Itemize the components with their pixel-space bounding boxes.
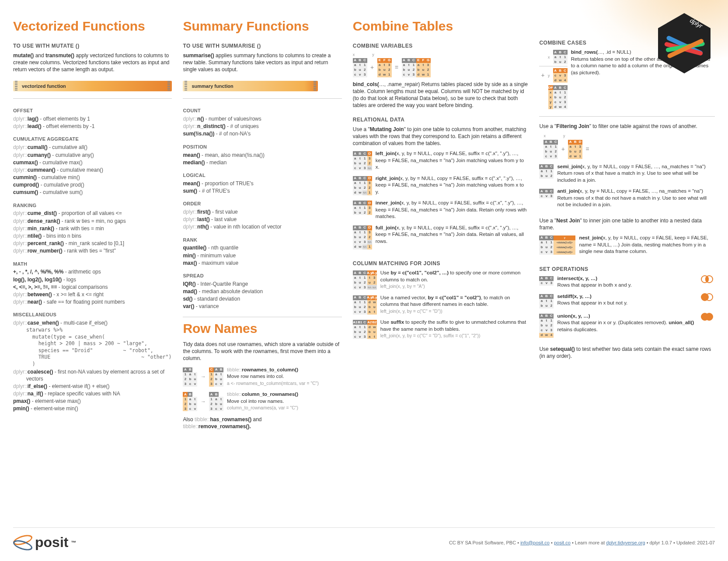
function-line: mean() - mean, also mean(!is.na()) xyxy=(183,152,341,159)
function-line: dplyr::if_else() - element-wise if() + e… xyxy=(13,383,172,390)
heading-rownames: Row Names xyxy=(183,320,341,338)
function-line: sd() - standard deviation xyxy=(183,295,341,302)
intro-vectorized: mutate() and transmute() apply vectorize… xyxy=(13,52,172,73)
footer-docs-link[interactable]: dplyr.tidyverse.org xyxy=(606,540,645,545)
posit-logo: posit™ xyxy=(13,533,76,552)
function-line: min() - minimum value xyxy=(183,252,341,259)
function-line: dplyr::first() - first value xyxy=(183,208,341,215)
match-by-cols: ABCA.yB.yat1t3bu2u2cv3NANA Use by = c("c… xyxy=(353,270,529,290)
footer-email-link[interactable]: info@posit.co xyxy=(520,540,550,545)
subhead-summarise: TO USE WITH SUMMARISE () xyxy=(183,42,341,49)
venn-setdiff-icon xyxy=(701,293,715,303)
function-line: <, <=, >, >=, !=, == - logical compariso… xyxy=(13,284,172,291)
nest-intro: Use a "Nest Join" to inner join one tabl… xyxy=(539,217,715,231)
match-suffix: A1B1CA2B2at1dwbu2bucv3at Use suffix to s… xyxy=(353,319,529,339)
function-line: dplyr::between() - x >= left & x <= righ… xyxy=(13,291,172,298)
rule xyxy=(13,98,172,99)
function-line: log(), log2(), log10() - logs xyxy=(13,276,172,283)
heading-summary: Summary Functions xyxy=(183,17,341,35)
function-line: dplyr::near() - safe == for floating poi… xyxy=(13,298,172,305)
category-heading: ORDER xyxy=(183,201,341,207)
function-line: mean() - proportion of TRUE's xyxy=(183,180,341,187)
join-row: ABCDat13bu22cv3NAdwNA1full_join(x, y, by… xyxy=(353,225,529,249)
subhead-mutate: TO USE WITH MUTATE () xyxy=(13,42,172,49)
function-line: dplyr::cumall() - cumulative all() xyxy=(13,144,172,151)
intro-rownames: Tidy data does not use rownames, which s… xyxy=(183,341,341,362)
function-line: max() - maximum value xyxy=(183,260,341,267)
footer: posit™ CC BY SA Posit Software, PBC • in… xyxy=(13,527,715,552)
function-line: dplyr::percent_rank() - min_rank scaled … xyxy=(13,240,172,247)
filtering-xy-diagram: ABCat1bu2cv3 + ABDat3bu2dw1 = xyxy=(543,140,715,159)
category-heading: CUMULATIVE AGGREGATE xyxy=(13,136,172,142)
subhead-matching: COLUMN MATCHING FOR JOINS xyxy=(353,260,529,267)
function-line: IQR() - Inter-Quartile Range xyxy=(183,280,341,287)
bind-cols-diagram: ABCat1bu2cv3 + EFGat3bu2dw1 = ABCEFGat1a… xyxy=(353,58,529,77)
bind-cols-desc: bind_cols(…, .name_repair) Returns table… xyxy=(353,81,529,109)
rownames-also: Also tibble::has_rownames() and tibble::… xyxy=(183,416,341,430)
function-line: dplyr::last() - last value xyxy=(183,216,341,223)
function-line: dplyr::coalesce() - first non-NA values … xyxy=(13,368,172,382)
category-heading: MATH xyxy=(13,261,172,267)
function-line: dplyr::dense_rank() - rank w ties = min,… xyxy=(13,218,172,225)
function-line: dplyr::cume_dist() - proportion of all v… xyxy=(13,210,172,217)
function-line: cummax() - cumulative max() xyxy=(13,159,172,166)
function-line: pmax() - element-wise max() xyxy=(13,398,172,405)
function-line: dplyr::ntile() - bins into n bins xyxy=(13,232,172,239)
join-row: ABCDat13bu22inner_join(x, y, by = NULL, … xyxy=(353,200,529,220)
relational-intro: Use a "Mutating Join" to join one table … xyxy=(353,126,529,147)
function-line: median() - median xyxy=(183,159,341,166)
category-heading: SPREAD xyxy=(183,273,341,279)
function-line: sum(!is.na()) - # of non-NA's xyxy=(183,130,341,137)
function-line: dplyr::na_if() - replace specific values… xyxy=(13,390,172,397)
function-line: dplyr::lag() - offset elements by 1 xyxy=(13,115,172,122)
heading-vectorized: Vectorized Functions xyxy=(13,17,172,35)
column-summary: Summary Functions TO USE WITH SUMMARISE … xyxy=(183,17,341,520)
function-line: dplyr::min_rank() - rank with ties = min xyxy=(13,225,172,232)
category-heading: RANK xyxy=(183,237,341,243)
function-line: +, - , *, /, ^, %/%, %% - arithmetic ops xyxy=(13,268,172,275)
column-to-rownames-row: AB1at2bu3cv → AB1at2bu3cv tibble::column… xyxy=(183,391,341,412)
summary-bar: summary function xyxy=(183,81,318,91)
cheatsheet-page: Vectorized Functions TO USE WITH MUTATE … xyxy=(13,17,715,520)
function-line: pmin() - element-wise min() xyxy=(13,405,172,412)
function-line: dplyr::cummean() - cumulative mean() xyxy=(13,166,172,173)
function-line: cummin() - cumulative min() xyxy=(13,174,172,181)
function-line: dplyr::n() - number of values/rows xyxy=(183,115,341,122)
rule xyxy=(539,116,715,117)
function-line: dplyr::n_distinct() - # of uniques xyxy=(183,123,341,130)
column-vectorized: Vectorized Functions TO USE WITH MUTATE … xyxy=(13,17,172,520)
function-line: dplyr::row_number() - rank with ties = "… xyxy=(13,247,172,254)
rule xyxy=(183,317,341,317)
intersect-row: ABCcv3 intersect(x, y, …)Rows that appea… xyxy=(539,275,715,289)
category-heading: LOGICAL xyxy=(183,172,341,179)
category-heading: OFFSET xyxy=(13,107,172,114)
setdiff-row: ABCat1bu2 setdiff(x, y, …)Rows that appe… xyxy=(539,293,715,308)
function-line: cumprod() - cumulative prod() xyxy=(13,181,172,188)
union-row: ABCat1bu2cv3dw4 union(x, y, …)Rows that … xyxy=(539,313,715,338)
nest-join-row: ABCyat1<tibble[1x2]>bu2<tibble[1x2]>cv3<… xyxy=(539,235,715,255)
anti-join-row: ABCcv3 anti_join(x, y, by = NULL, copy =… xyxy=(539,188,715,208)
column-combine: Combine Tables COMBINE VARIABLES xy ABCa… xyxy=(353,17,529,520)
function-line: sum() - # of TRUE's xyxy=(183,187,341,194)
rule xyxy=(183,98,341,99)
function-line: dplyr::nth() - value in nth location of … xyxy=(183,223,341,230)
venn-intersect-icon xyxy=(701,275,715,285)
category-heading: POSITION xyxy=(183,144,341,150)
vectorized-bar: vectorized function xyxy=(13,81,172,91)
subhead-setops: SET OPERATIONS xyxy=(539,266,715,273)
column-combine-cases: COMBINE CASES x ABCat1bu2 + y ABCcv3dw4 … xyxy=(539,17,715,520)
function-line: mad() - median absolute deviation xyxy=(183,288,341,295)
venn-union-icon xyxy=(701,313,715,322)
function-line: dplyr::lead() - offset elements by -1 xyxy=(13,123,172,130)
subhead-combine-vars: COMBINE VARIABLES xyxy=(353,42,529,49)
join-row: ABCDat13bu22dwNA1right_join(x, y, by = N… xyxy=(353,175,529,196)
footer-site-link[interactable]: posit.co xyxy=(554,540,571,545)
category-heading: RANKING xyxy=(13,202,172,209)
function-line: var() - variance xyxy=(183,303,341,310)
category-heading: COUNT xyxy=(183,107,341,114)
heading-combine: Combine Tables xyxy=(353,17,529,35)
semi-join-row: ABCat1bu2 semi_join(x, y, by = NULL, cop… xyxy=(539,163,715,184)
function-line: cumsum() - cumulative sum() xyxy=(13,189,172,196)
filtering-intro: Use a "Filtering Join" to filter one tab… xyxy=(539,123,715,130)
function-line: dplyr::cumany() - cumulative any() xyxy=(13,152,172,159)
